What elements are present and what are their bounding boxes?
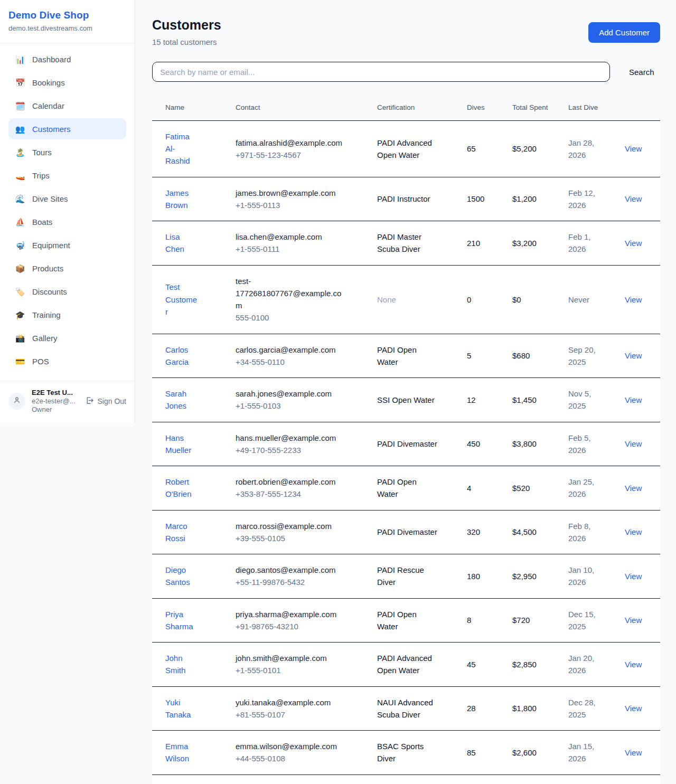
customer-name-link[interactable]: Hans Mueller xyxy=(165,433,191,455)
sign-out-label: Sign Out xyxy=(98,397,126,405)
customer-email: emma.wilson@example.com xyxy=(236,740,346,752)
customer-name-link[interactable]: Robert O'Brien xyxy=(165,477,192,498)
view-customer-link[interactable]: View xyxy=(625,616,642,625)
customer-total-spent: $1,450 xyxy=(506,378,562,422)
col-header-total-spent: Total Spent xyxy=(506,96,562,120)
search-button[interactable]: Search xyxy=(624,63,660,81)
table-row: Keiko Yamamoto keiko.yamamoto@example.co… xyxy=(152,774,660,784)
customer-name-link[interactable]: Fatima Al-Rashid xyxy=(165,132,190,166)
customer-total-spent: $2,600 xyxy=(506,731,562,775)
customer-certification: PADI Divemaster xyxy=(377,439,437,448)
add-customer-button[interactable]: Add Customer xyxy=(588,22,660,43)
customer-name-link[interactable]: Sarah Jones xyxy=(165,389,186,410)
camera-flash-icon: 📸 xyxy=(15,334,25,342)
customer-last-dive: Jan 10, 2026 xyxy=(568,565,594,587)
customer-name-link[interactable]: Marco Rossi xyxy=(165,522,187,543)
view-customer-link[interactable]: View xyxy=(625,704,642,713)
user-role: Owner xyxy=(32,405,79,413)
sidebar-item-label: Bookings xyxy=(32,78,65,87)
view-customer-link[interactable]: View xyxy=(625,572,642,581)
customer-email: john.smith@example.com xyxy=(236,652,346,664)
customer-certification: NAUI Advanced Scuba Diver xyxy=(377,698,433,719)
spiral-calendar-icon: 🗓️ xyxy=(15,102,25,110)
view-customer-link[interactable]: View xyxy=(625,295,642,304)
search-input[interactable] xyxy=(152,62,610,82)
sidebar-item-label: POS xyxy=(32,357,49,366)
customer-total-spent: $3,800 xyxy=(506,422,562,466)
sidebar-item-tours[interactable]: 🏝️ Tours xyxy=(8,141,126,163)
customer-count: 15 total customers xyxy=(152,37,221,46)
customer-total-spent: $680 xyxy=(506,334,562,378)
sidebar-item-boats[interactable]: ⛵ Boats xyxy=(8,211,126,232)
customer-phone: +55-11-99876-5432 xyxy=(236,576,346,588)
table-header: Name Contact Certification Dives Total S… xyxy=(152,96,660,120)
sidebar-item-discounts[interactable]: 🏷️ Discounts xyxy=(8,281,126,302)
logout-icon xyxy=(85,396,94,407)
shop-domain: demo.test.divestreams.com xyxy=(8,24,126,32)
sidebar-item-label: Tours xyxy=(32,148,52,157)
customer-certification: PADI Open Water xyxy=(377,610,417,631)
view-customer-link[interactable]: View xyxy=(625,239,642,248)
sidebar-item-customers[interactable]: 👥 Customers xyxy=(8,118,126,139)
customer-total-spent: $1,800 xyxy=(506,686,562,731)
sidebar-item-label: Trips xyxy=(32,171,50,180)
sidebar-item-gallery[interactable]: 📸 Gallery xyxy=(8,327,126,348)
bar-chart-icon: 📊 xyxy=(15,55,25,63)
sidebar-item-dashboard[interactable]: 📊 Dashboard xyxy=(8,49,126,70)
customer-total-spent: $0 xyxy=(506,265,562,334)
customer-name-link[interactable]: Emma Wilson xyxy=(165,742,189,763)
sidebar-item-dive-sites[interactable]: 🌊 Dive Sites xyxy=(8,188,126,209)
customer-name-link[interactable]: Yuki Tanaka xyxy=(165,698,191,719)
customer-last-dive: Feb 1, 2026 xyxy=(568,232,591,253)
sidebar-item-training[interactable]: 🎓 Training xyxy=(8,304,126,325)
sidebar-item-trips[interactable]: 🚤 Trips xyxy=(8,165,126,186)
view-customer-link[interactable]: View xyxy=(625,144,642,153)
customer-total-spent: $3,200 xyxy=(506,221,562,266)
search-row: Search xyxy=(152,62,660,82)
people-icon: 👥 xyxy=(15,125,25,133)
customer-phone: +81-555-0107 xyxy=(236,709,346,721)
customer-dives: 95 xyxy=(461,774,506,784)
view-customer-link[interactable]: View xyxy=(625,484,642,493)
view-customer-link[interactable]: View xyxy=(625,395,642,404)
customer-name-link[interactable]: Diego Santos xyxy=(165,565,190,587)
customer-dives: 65 xyxy=(461,120,506,177)
sidebar-item-label: Training xyxy=(32,310,61,319)
customer-email: lisa.chen@example.com xyxy=(236,231,346,243)
customer-name-link[interactable]: James Brown xyxy=(165,188,189,210)
customer-last-dive: Jan 25, 2026 xyxy=(568,477,594,498)
shop-title[interactable]: Demo Dive Shop xyxy=(8,10,126,21)
sidebar-header: Demo Dive Shop demo.test.divestreams.com xyxy=(0,0,135,43)
view-customer-link[interactable]: View xyxy=(625,194,642,203)
customer-dives: 5 xyxy=(461,334,506,378)
customer-email: sarah.jones@example.com xyxy=(236,388,346,400)
customer-name-link[interactable]: John Smith xyxy=(165,654,185,675)
page-title: Customers xyxy=(152,17,221,33)
table-row: Carlos Garcia carlos.garcia@example.com … xyxy=(152,334,660,378)
table-row: Yuki Tanaka yuki.tanaka@example.com +81-… xyxy=(152,686,660,731)
view-customer-link[interactable]: View xyxy=(625,527,642,536)
customer-name-link[interactable]: Carlos Garcia xyxy=(165,345,189,366)
credit-card-icon: 💳 xyxy=(15,357,25,365)
view-customer-link[interactable]: View xyxy=(625,748,642,757)
customer-name-link[interactable]: Lisa Chen xyxy=(165,232,184,253)
view-customer-link[interactable]: View xyxy=(625,351,642,360)
view-customer-link[interactable]: View xyxy=(625,439,642,448)
sidebar-item-equipment[interactable]: 🤿 Equipment xyxy=(8,234,126,256)
sign-out-button[interactable]: Sign Out xyxy=(85,396,126,407)
customer-phone: +1-555-0113 xyxy=(236,199,346,211)
customer-certification: PADI Advanced Open Water xyxy=(377,654,432,675)
customer-phone: +49-170-555-2233 xyxy=(236,444,346,456)
customer-name-link[interactable]: Priya Sharma xyxy=(165,610,193,631)
table-row: Lisa Chen lisa.chen@example.com +1-555-0… xyxy=(152,221,660,266)
sidebar-item-calendar[interactable]: 🗓️ Calendar xyxy=(8,95,126,116)
sidebar-item-label: Dashboard xyxy=(32,55,71,64)
customer-last-dive: Feb 8, 2026 xyxy=(568,522,591,543)
customer-name-link[interactable]: Test Customer xyxy=(165,282,197,316)
island-icon: 🏝️ xyxy=(15,148,25,156)
customer-total-spent: $2,850 xyxy=(506,643,562,687)
sidebar-item-products[interactable]: 📦 Products xyxy=(8,258,126,279)
view-customer-link[interactable]: View xyxy=(625,660,642,669)
sidebar-item-pos[interactable]: 💳 POS xyxy=(8,351,126,372)
sidebar-item-bookings[interactable]: 📅 Bookings xyxy=(8,72,126,93)
